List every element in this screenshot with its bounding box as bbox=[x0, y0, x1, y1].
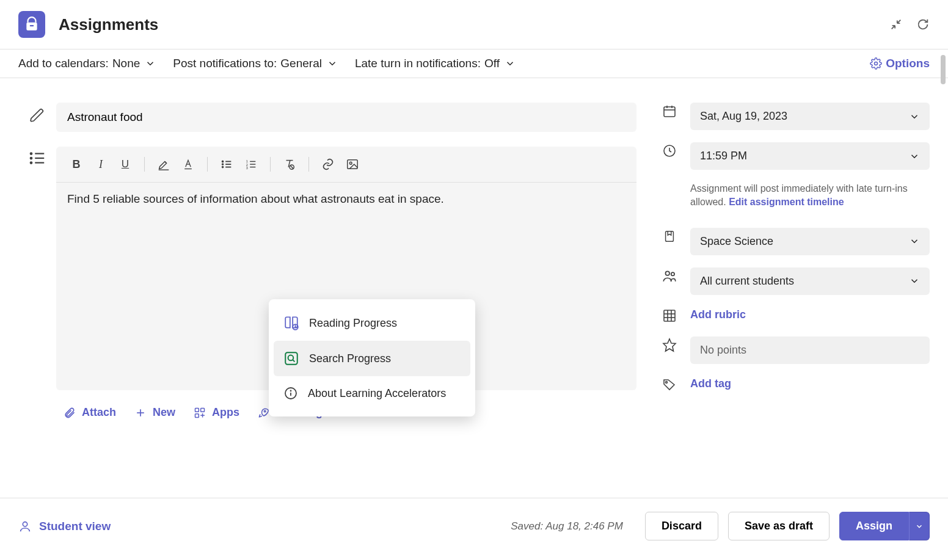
svg-point-57 bbox=[666, 381, 668, 383]
svg-point-50 bbox=[671, 272, 674, 275]
svg-rect-38 bbox=[201, 408, 205, 412]
late-turnin-dropdown[interactable]: Late turn in notifications: Off bbox=[355, 57, 516, 70]
highlight-button[interactable] bbox=[153, 154, 174, 175]
app-icon bbox=[18, 11, 45, 38]
link-button[interactable] bbox=[318, 154, 338, 175]
chevron-down-icon bbox=[505, 58, 516, 69]
svg-line-25 bbox=[290, 165, 293, 169]
popup-about-learning-accelerators[interactable]: About Learning Accelerators bbox=[274, 376, 470, 410]
svg-point-12 bbox=[222, 161, 224, 162]
assign-split-button[interactable] bbox=[909, 512, 930, 540]
due-time-dropdown[interactable]: 11:59 PM bbox=[690, 142, 930, 170]
post-label: Post notifications to: bbox=[173, 57, 277, 70]
bullet-list-button[interactable] bbox=[216, 154, 237, 175]
due-date-dropdown[interactable]: Sat, Aug 19, 2023 bbox=[690, 103, 930, 130]
calendars-value: None bbox=[112, 57, 140, 70]
svg-point-34 bbox=[291, 391, 291, 391]
svg-point-5 bbox=[31, 162, 32, 164]
tag-icon bbox=[661, 376, 678, 393]
svg-rect-1 bbox=[30, 25, 34, 26]
subject-dropdown[interactable]: Space Science bbox=[690, 228, 930, 255]
points-input[interactable]: No points bbox=[690, 336, 930, 364]
svg-point-30 bbox=[288, 355, 294, 361]
popup-reading-progress-label: Reading Progress bbox=[309, 317, 397, 330]
svg-line-31 bbox=[293, 360, 294, 362]
students-dropdown[interactable]: All current students bbox=[690, 267, 930, 295]
svg-rect-48 bbox=[666, 231, 674, 242]
svg-marker-56 bbox=[663, 339, 676, 351]
svg-point-13 bbox=[222, 164, 224, 165]
attach-icon bbox=[64, 407, 76, 419]
attach-label: Attach bbox=[82, 406, 116, 419]
discard-button[interactable]: Discard bbox=[645, 512, 718, 540]
svg-point-58 bbox=[23, 522, 27, 526]
student-view-button[interactable]: Student view bbox=[18, 520, 111, 533]
edit-timeline-link[interactable]: Edit assignment timeline bbox=[729, 197, 844, 207]
options-button[interactable]: Options bbox=[870, 57, 930, 70]
learning-accelerators-popup: Reading Progress Search Progress About L… bbox=[269, 299, 475, 416]
svg-rect-39 bbox=[195, 413, 199, 417]
calendar-icon bbox=[661, 103, 678, 120]
svg-point-49 bbox=[666, 271, 670, 275]
new-label: New bbox=[153, 406, 175, 419]
saved-status: Saved: Aug 18, 2:46 PM bbox=[511, 520, 623, 533]
font-color-button[interactable] bbox=[178, 154, 199, 175]
post-notifications-dropdown[interactable]: Post notifications to: General bbox=[173, 57, 338, 70]
clock-icon bbox=[661, 142, 678, 159]
add-tag-link[interactable]: Add tag bbox=[690, 376, 930, 390]
svg-text:3: 3 bbox=[246, 166, 248, 170]
bookmark-icon bbox=[661, 228, 678, 245]
plus-icon bbox=[134, 407, 147, 419]
chevron-down-icon bbox=[909, 275, 920, 286]
timeline-info-text: Assignment will post immediately with la… bbox=[690, 182, 930, 209]
refresh-icon[interactable] bbox=[916, 18, 930, 31]
add-rubric-link[interactable]: Add rubric bbox=[690, 307, 930, 321]
svg-rect-29 bbox=[285, 352, 297, 365]
chevron-down-icon bbox=[327, 58, 338, 69]
edit-icon[interactable] bbox=[29, 107, 45, 123]
svg-point-3 bbox=[31, 153, 32, 155]
add-to-calendars-dropdown[interactable]: Add to calendars: None bbox=[18, 57, 156, 70]
person-icon bbox=[18, 520, 32, 533]
popup-search-progress[interactable]: Search Progress bbox=[274, 341, 470, 376]
collapse-icon[interactable] bbox=[889, 18, 903, 31]
due-time-value: 11:59 PM bbox=[700, 150, 747, 162]
image-button[interactable] bbox=[342, 154, 363, 175]
late-value: Off bbox=[484, 57, 500, 70]
svg-point-2 bbox=[875, 62, 878, 65]
svg-rect-26 bbox=[348, 160, 358, 169]
apps-button[interactable]: Apps bbox=[194, 406, 239, 419]
chevron-down-icon bbox=[909, 151, 920, 162]
reading-progress-icon bbox=[283, 315, 299, 331]
assignment-body-text: Find 5 reliable sources of information a… bbox=[67, 192, 444, 205]
info-icon bbox=[283, 386, 298, 401]
svg-rect-51 bbox=[664, 310, 675, 321]
chevron-down-icon bbox=[909, 111, 920, 122]
numbered-list-button[interactable]: 123 bbox=[241, 154, 261, 175]
assign-button[interactable]: Assign bbox=[839, 512, 909, 540]
assignment-title-input[interactable] bbox=[56, 103, 636, 132]
people-icon bbox=[661, 267, 678, 285]
svg-point-42 bbox=[264, 410, 266, 412]
list-icon[interactable] bbox=[28, 149, 46, 167]
popup-reading-progress[interactable]: Reading Progress bbox=[274, 305, 470, 341]
save-as-draft-button[interactable]: Save as draft bbox=[728, 512, 830, 540]
popup-about-label: About Learning Accelerators bbox=[308, 387, 446, 400]
page-title: Assignments bbox=[59, 15, 889, 34]
svg-point-27 bbox=[349, 162, 352, 164]
post-value: General bbox=[280, 57, 322, 70]
svg-point-14 bbox=[222, 167, 224, 168]
underline-button[interactable]: U bbox=[115, 154, 136, 175]
bold-button[interactable]: B bbox=[66, 154, 87, 175]
subject-value: Space Science bbox=[700, 235, 773, 248]
new-button[interactable]: New bbox=[134, 406, 175, 419]
options-label: Options bbox=[886, 57, 930, 70]
apps-label: Apps bbox=[212, 406, 239, 419]
svg-rect-43 bbox=[664, 107, 675, 117]
attach-button[interactable]: Attach bbox=[64, 406, 116, 419]
clear-format-button[interactable] bbox=[279, 154, 300, 175]
italic-button[interactable]: I bbox=[90, 154, 111, 175]
late-label: Late turn in notifications: bbox=[355, 57, 481, 70]
apps-icon bbox=[194, 407, 206, 419]
gear-icon bbox=[870, 57, 882, 70]
